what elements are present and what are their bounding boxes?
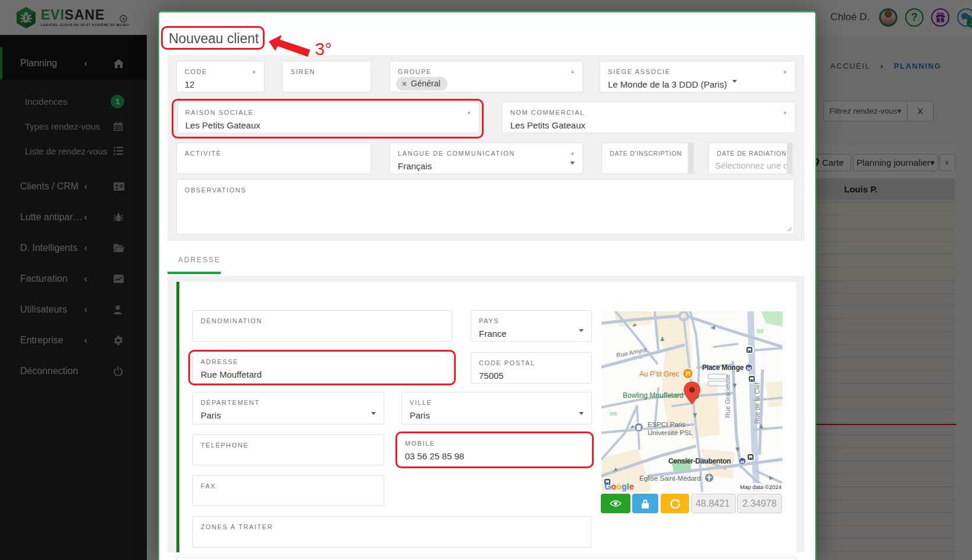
svg-text:Rue de la Clef: Rue de la Clef: [754, 382, 761, 424]
svg-text:Google: Google: [604, 482, 634, 491]
svg-text:Place Monge: Place Monge: [702, 363, 744, 372]
svg-text:Censier-Daubenton: Censier-Daubenton: [668, 457, 731, 465]
svg-text:Au P’tit Grec: Au P’tit Grec: [639, 370, 679, 378]
svg-text:ESPCI Paris -: ESPCI Paris -: [648, 421, 690, 428]
svg-text:Bowling Mouffetard: Bowling Mouffetard: [623, 391, 684, 400]
svg-text:M: M: [741, 459, 745, 465]
svg-text:Rue Gracieuse: Rue Gracieuse: [724, 375, 731, 418]
svg-text:Université PSL: Université PSL: [648, 429, 693, 436]
svg-text:M: M: [747, 366, 751, 371]
svg-text:Map data ©2024: Map data ©2024: [740, 484, 781, 490]
svg-text:Église Saint-Médard: Église Saint-Médard: [639, 475, 701, 482]
